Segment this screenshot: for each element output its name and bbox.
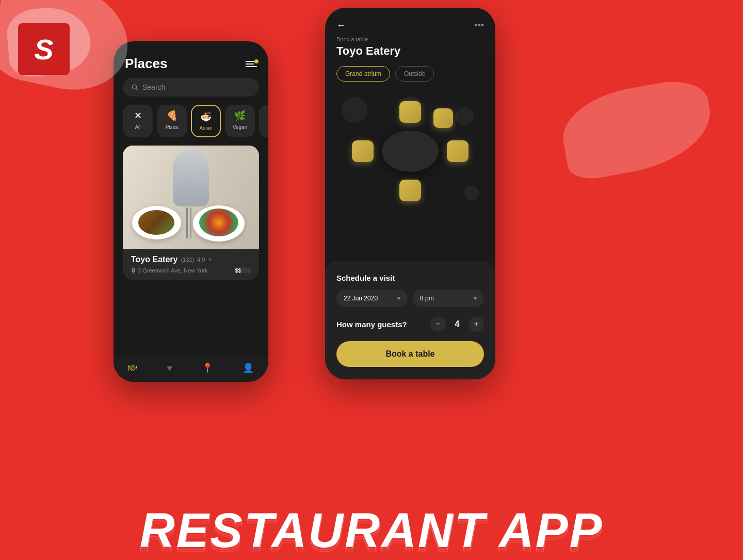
restaurant-address: 3 Greenwich Ave, New York [131, 267, 208, 274]
nav-location-icon: 📍 [202, 362, 213, 374]
plate-2 [193, 205, 245, 242]
schedule-title: Schedule a visit [336, 274, 484, 282]
knife-shape [190, 207, 191, 238]
chair-top [399, 101, 421, 123]
pizza-icon: 🍕 [166, 110, 177, 121]
table-layout [336, 92, 484, 211]
restaurant-rating: 4.9 [197, 257, 205, 263]
categories-row: ✕ All 🍕 Pizza 🍜 Asian 🌿 Vegan ≡ [114, 105, 268, 146]
chair-left [352, 140, 374, 162]
svg-line-1 [136, 89, 138, 90]
fork-shape [186, 207, 188, 238]
brush-decoration-right [556, 75, 718, 183]
search-placeholder: Search [142, 83, 165, 91]
deco-orb-1 [342, 97, 367, 123]
person-shape [173, 150, 209, 206]
category-pizza[interactable]: 🍕 Pizza [157, 105, 187, 137]
chair-right [447, 140, 469, 162]
date-chevron: ▾ [397, 295, 400, 302]
logo-letter: S [34, 33, 53, 66]
svg-point-0 [132, 85, 136, 89]
all-label: All [135, 124, 140, 130]
book-table-button[interactable]: Book a table [336, 341, 484, 367]
nav-heart-icon: ♥ [167, 363, 172, 374]
date-picker[interactable]: 22 Jun 2020 ▾ [336, 290, 408, 307]
logo-box: S [18, 23, 70, 75]
all-icon: ✕ [134, 110, 142, 121]
filter-icon[interactable] [246, 61, 257, 67]
vegan-label: Vegan [233, 124, 247, 130]
guests-plus-button[interactable]: + [469, 316, 484, 332]
phone-1: Places Search ✕ All 🍕 Pizza 🍜 Asian 🌿 [114, 41, 268, 382]
phone1-header: Places [114, 41, 268, 78]
time-chevron: ▾ [474, 295, 477, 302]
nav-favorites[interactable]: ♥ [167, 363, 172, 374]
date-value: 22 Jun 2020 [344, 295, 378, 302]
nav-location[interactable]: 📍 [202, 362, 213, 374]
time-picker[interactable]: 8 pm ▾ [413, 290, 484, 307]
time-value: 8 pm [420, 295, 434, 302]
heart-icon[interactable]: ♥ [208, 256, 212, 263]
booking-panel: Schedule a visit 22 Jun 2020 ▾ 8 pm ▾ Ho… [325, 261, 495, 379]
footer-section: RESTAURANT APP RESTAURANT APP RESTAURANT… [0, 452, 743, 560]
nav-home-icon: 🍽 [128, 363, 137, 374]
search-bar[interactable]: Search [123, 78, 259, 97]
guests-count: 4 [453, 319, 461, 329]
asian-label: Asian [199, 125, 212, 131]
guests-controls: − 4 + [430, 316, 484, 332]
more-options[interactable]: ••• [474, 20, 484, 31]
nav-profile-icon: 👤 [243, 362, 254, 374]
category-more[interactable]: ≡ [259, 105, 268, 137]
back-button[interactable]: ← [336, 20, 346, 31]
category-asian[interactable]: 🍜 Asian [191, 105, 221, 137]
nav-profile[interactable]: 👤 [243, 362, 254, 374]
filter-dot [254, 59, 259, 63]
category-vegan[interactable]: 🌿 Vegan [225, 105, 255, 137]
vegan-icon: 🌿 [234, 110, 246, 121]
footer-text: RESTAURANT APP [140, 506, 603, 555]
deco-orb-2 [456, 107, 474, 125]
restaurant-title: Toyo Eatery [325, 44, 495, 66]
location-icon [131, 268, 136, 274]
places-title: Places [125, 56, 167, 72]
table-surface [382, 131, 439, 172]
pizza-label: Pizza [166, 124, 178, 130]
guests-label: How many guests? [336, 320, 407, 329]
restaurant-name: Toyo Eatery [131, 255, 177, 264]
nav-home[interactable]: 🍽 [128, 363, 137, 374]
deco-orb-3 [464, 186, 479, 200]
restaurant-card[interactable]: Toyo Eatery (132) 4.9 ♥ 3 Greenwich Ave,… [123, 146, 259, 280]
restaurant-reviews: (132) [181, 257, 194, 263]
card-image [123, 146, 259, 249]
category-all[interactable]: ✕ All [123, 105, 153, 137]
chair-bottom [399, 180, 421, 201]
chair-5 [433, 108, 453, 128]
food-image-bg [123, 146, 259, 249]
filter-line-2 [246, 63, 254, 65]
card-info: Toyo Eatery (132) 4.9 ♥ 3 Greenwich Ave,… [123, 249, 259, 280]
guests-minus-button[interactable]: − [430, 316, 446, 332]
bottom-nav: 🍽 ♥ 📍 👤 [114, 356, 268, 382]
location-tabs: Grand atrium Outside [325, 66, 495, 92]
plate-1 [132, 206, 181, 239]
card-name-row: Toyo Eatery (132) 4.9 ♥ [131, 255, 251, 264]
search-icon [131, 84, 138, 91]
footer-text-stack: RESTAURANT APP RESTAURANT APP RESTAURANT… [140, 506, 603, 555]
restaurant-price: $$$$$ [235, 267, 251, 274]
schedule-row: 22 Jun 2020 ▾ 8 pm ▾ [336, 290, 484, 307]
tab-outside[interactable]: Outside [395, 66, 434, 82]
tab-grand-atrium[interactable]: Grand atrium [336, 66, 390, 82]
card-meta: 3 Greenwich Ave, New York $$$$$ [131, 267, 251, 274]
phone2-header: ← ••• [325, 8, 495, 36]
book-table-subtitle: Book a table [325, 36, 495, 44]
logo-container: S [13, 13, 85, 85]
guests-row: How many guests? − 4 + [336, 316, 484, 332]
phone-2: ← ••• Book a table Toyo Eatery Grand atr… [325, 8, 495, 379]
filter-line-3 [246, 66, 257, 67]
asian-icon: 🍜 [200, 111, 212, 122]
